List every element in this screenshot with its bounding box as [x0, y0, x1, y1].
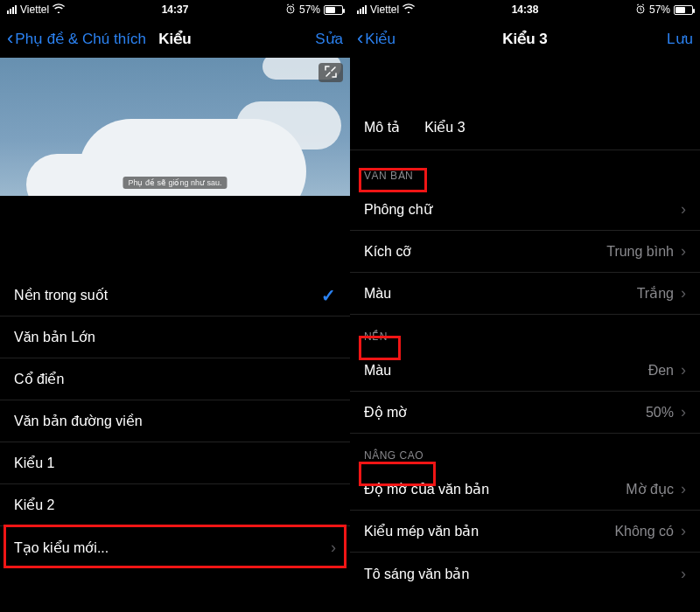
list-item-label: Kiểu 2	[14, 497, 54, 513]
save-button[interactable]: Lưu	[667, 30, 693, 48]
preview-image	[0, 58, 350, 196]
section-header-label: VĂN BẢN	[364, 170, 413, 182]
list-item-label: Văn bản Lớn	[14, 329, 95, 345]
row-text-color[interactable]: Màu Trắng ›	[350, 273, 700, 315]
phone-left: Viettel 14:37 57% ‹ Phụ đề & Chú thích K…	[0, 0, 350, 612]
caption-sample: Phụ đề sẽ giống như sau.	[122, 177, 227, 189]
page-title: Kiểu 3	[350, 30, 700, 48]
style-option-transparent[interactable]: Nền trong suốt ✓	[0, 275, 350, 316]
list-item-label: Kiểu 1	[14, 455, 54, 471]
battery-icon	[674, 5, 693, 15]
style-option-outlined[interactable]: Văn bản đường viền	[0, 400, 350, 442]
expand-icon	[325, 66, 337, 80]
row-bg-opacity[interactable]: Độ mờ 50% ›	[350, 392, 700, 434]
chevron-right-icon: ›	[681, 403, 686, 421]
style-option-2[interactable]: Kiểu 2	[0, 484, 350, 526]
status-bar: Viettel 14:37 57%	[0, 0, 350, 19]
row-label: Màu	[364, 363, 391, 379]
section-header-label: NÂNG CAO	[364, 449, 424, 462]
row-size[interactable]: Kích cỡ Trung bình ›	[350, 231, 700, 273]
row-value: 50%	[646, 405, 674, 421]
battery-icon	[324, 5, 343, 15]
row-value: Trung bình	[606, 244, 674, 260]
back-button[interactable]: ‹ Phụ đề & Chú thích	[7, 29, 146, 48]
list-item-label: Nền trong suốt	[14, 287, 108, 303]
checkmark-icon: ✓	[321, 285, 336, 306]
nav-bar: ‹ Phụ đề & Chú thích Kiểu Sửa	[0, 19, 350, 58]
row-label: Độ mờ của văn bản	[364, 481, 489, 497]
style-list: Nền trong suốt ✓ Văn bản Lớn Cổ điển Văn…	[0, 275, 350, 568]
chevron-right-icon: ›	[681, 284, 686, 303]
row-label: Kiểu mép văn bản	[364, 523, 479, 539]
row-value: Mờ đục	[626, 481, 674, 497]
back-button[interactable]: ‹ Kiểu	[357, 29, 396, 48]
list-item-label: Cổ điển	[14, 371, 64, 387]
chevron-left-icon: ‹	[7, 29, 13, 48]
description-value: Kiểu 3	[424, 119, 465, 136]
style-option-large-text[interactable]: Văn bản Lớn	[0, 316, 350, 358]
clock-label: 14:38	[350, 3, 700, 16]
clock-label: 14:37	[0, 3, 350, 16]
section-header-advanced: NÂNG CAO	[350, 434, 700, 469]
section-header-background: NỀN	[350, 315, 700, 350]
row-bg-color[interactable]: Màu Đen ›	[350, 350, 700, 392]
chevron-right-icon: ›	[681, 361, 686, 379]
expand-button[interactable]	[318, 63, 343, 82]
chevron-left-icon: ‹	[357, 29, 363, 48]
chevron-right-icon: ›	[681, 480, 686, 498]
row-highlight[interactable]: Tô sáng văn bản ›	[350, 553, 700, 595]
row-label: Độ mờ	[364, 404, 407, 421]
chevron-right-icon: ›	[681, 242, 686, 261]
nav-bar: ‹ Kiểu Kiểu 3 Lưu	[350, 19, 700, 58]
subtitle-preview: Phụ đề sẽ giống như sau.	[0, 58, 350, 248]
row-value: Trắng	[637, 285, 674, 302]
row-label: Màu	[364, 286, 391, 302]
row-label: Phông chữ	[364, 201, 432, 218]
row-label: Kích cỡ	[364, 243, 411, 260]
back-label: Phụ đề & Chú thích	[15, 30, 146, 48]
row-font[interactable]: Phông chữ ›	[350, 189, 700, 231]
create-new-style[interactable]: Tạo kiểu mới... ›	[0, 526, 350, 568]
section-header-label: NỀN	[364, 330, 388, 343]
list-item-label: Tạo kiểu mới...	[14, 539, 108, 556]
style-option-classic[interactable]: Cổ điển	[0, 358, 350, 400]
style-option-1[interactable]: Kiểu 1	[0, 442, 350, 484]
chevron-right-icon: ›	[681, 522, 686, 540]
phone-right: Viettel 14:38 57% ‹ Kiểu Kiểu 3 Lưu Mô t…	[350, 0, 700, 612]
row-value: Đen	[648, 363, 674, 379]
row-text-opacity[interactable]: Độ mờ của văn bản Mờ đục ›	[350, 469, 700, 511]
back-label: Kiểu	[365, 30, 396, 48]
description-row[interactable]: Mô tả Kiểu 3	[350, 105, 700, 150]
chevron-right-icon: ›	[681, 200, 686, 219]
chevron-right-icon: ›	[331, 539, 336, 557]
status-bar: Viettel 14:38 57%	[350, 0, 700, 19]
row-edge-style[interactable]: Kiểu mép văn bản Không có ›	[350, 511, 700, 553]
edit-button[interactable]: Sửa	[315, 30, 343, 48]
section-header-text: VĂN BẢN	[350, 150, 700, 189]
description-label: Mô tả	[364, 119, 400, 136]
list-item-label: Văn bản đường viền	[14, 413, 143, 429]
row-value: Không có	[614, 524, 674, 539]
row-label: Tô sáng văn bản	[364, 566, 469, 582]
chevron-right-icon: ›	[681, 565, 686, 583]
